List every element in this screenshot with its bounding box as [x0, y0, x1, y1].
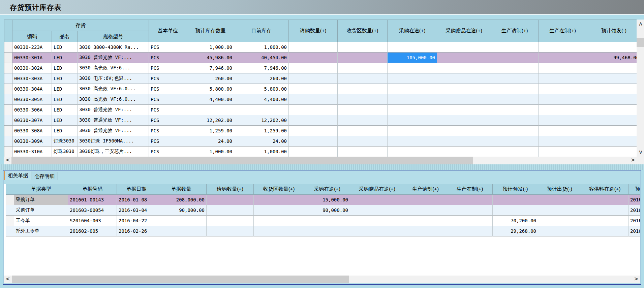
cell[interactable]: LED: [52, 115, 78, 126]
cell[interactable]: [388, 84, 437, 94]
cell[interactable]: [587, 136, 637, 147]
cell[interactable]: [338, 84, 388, 94]
cell[interactable]: PCS: [149, 147, 187, 157]
cell[interactable]: [491, 42, 539, 53]
cell[interactable]: 采购订单: [14, 195, 68, 205]
scroll-down-icon[interactable]: >: [637, 149, 644, 156]
cell[interactable]: [234, 105, 289, 115]
cell[interactable]: LED: [52, 84, 78, 94]
column-header[interactable]: 预计出货(-): [538, 184, 581, 195]
cell[interactable]: 90,000.00: [304, 205, 350, 216]
cell[interactable]: [289, 53, 338, 63]
row-selector[interactable]: [4, 147, 12, 157]
cell[interactable]: [289, 42, 338, 53]
cell[interactable]: [447, 205, 493, 216]
cell[interactable]: 7,946.00: [234, 63, 289, 73]
cell[interactable]: [437, 126, 491, 136]
cell[interactable]: [156, 226, 207, 236]
cell[interactable]: [538, 195, 581, 205]
column-header[interactable]: 采购赠品在途(+): [350, 184, 404, 195]
cell[interactable]: [539, 42, 587, 53]
cell[interactable]: [539, 115, 587, 126]
column-header[interactable]: 收货区数量(+): [254, 184, 304, 195]
cell[interactable]: PCS: [149, 42, 187, 53]
cell[interactable]: 99,468.00: [587, 53, 637, 63]
cell[interactable]: 12,202.00: [187, 115, 234, 126]
cell[interactable]: [539, 126, 587, 136]
cell[interactable]: [447, 216, 493, 226]
row-selector[interactable]: [4, 105, 12, 115]
cell[interactable]: [437, 94, 491, 105]
column-header[interactable]: 目前库存: [234, 20, 289, 42]
cell[interactable]: 5,800.00: [234, 84, 289, 94]
cell[interactable]: [254, 216, 304, 226]
cell[interactable]: [447, 195, 493, 205]
column-header[interactable]: 单据日期: [117, 184, 156, 195]
cell[interactable]: [437, 53, 491, 63]
cell[interactable]: [338, 73, 388, 84]
cell[interactable]: [404, 205, 447, 216]
cell[interactable]: [289, 73, 338, 84]
cell[interactable]: [437, 42, 491, 53]
column-header[interactable]: 编码: [12, 31, 52, 42]
column-header[interactable]: 单据数量: [156, 184, 207, 195]
cell[interactable]: [388, 105, 437, 115]
scroll-up-icon[interactable]: <: [637, 20, 644, 28]
cell[interactable]: [338, 42, 388, 53]
cell[interactable]: 3030 电压:6V;色温...: [78, 73, 149, 84]
cell[interactable]: [254, 195, 304, 205]
cell[interactable]: [289, 105, 338, 115]
row-selector[interactable]: [4, 94, 12, 105]
cell[interactable]: 2016-0: [628, 216, 640, 226]
cell[interactable]: [447, 226, 493, 236]
cell[interactable]: 3030 普通光效 VF:...: [78, 126, 149, 136]
cell[interactable]: [587, 105, 637, 115]
cell[interactable]: 00330-306A: [12, 105, 52, 115]
cell[interactable]: [587, 84, 637, 94]
cell[interactable]: [491, 63, 539, 73]
cell[interactable]: [587, 115, 637, 126]
cell[interactable]: [338, 53, 388, 63]
cell[interactable]: 00330-307A: [12, 115, 52, 126]
cell[interactable]: PCS: [149, 105, 187, 115]
cell[interactable]: [539, 105, 587, 115]
cell[interactable]: PCS: [149, 136, 187, 147]
scroll-left-icon[interactable]: <: [4, 276, 11, 283]
cell[interactable]: [289, 147, 338, 157]
row-selector[interactable]: [4, 63, 12, 73]
column-header[interactable]: 规格型号: [78, 31, 149, 42]
panel-splitter[interactable]: [0, 164, 644, 170]
cell[interactable]: 3030 普通光效 VF:...: [78, 105, 149, 115]
column-header[interactable]: 生产请制(+): [404, 184, 447, 195]
cell[interactable]: [338, 94, 388, 105]
cell[interactable]: [388, 94, 437, 105]
column-header[interactable]: 生产请制(+): [491, 20, 539, 42]
cell[interactable]: LED: [52, 42, 78, 53]
column-header[interactable]: 预计库存数量: [187, 20, 234, 42]
cell[interactable]: 00330-309A: [12, 136, 52, 147]
cell[interactable]: 201603-00054: [68, 205, 117, 216]
column-header[interactable]: 预计领发(-): [493, 184, 538, 195]
cell[interactable]: [491, 94, 539, 105]
cell[interactable]: 00330-305A: [12, 94, 52, 105]
row-selector[interactable]: [4, 42, 12, 53]
cell[interactable]: PCS: [149, 94, 187, 105]
cell[interactable]: [437, 147, 491, 157]
cell[interactable]: [350, 226, 404, 236]
cell[interactable]: [156, 216, 207, 226]
cell[interactable]: PCS: [149, 73, 187, 84]
cell[interactable]: LED: [52, 126, 78, 136]
cell[interactable]: 1,000.00: [187, 147, 234, 157]
cell[interactable]: [388, 136, 437, 147]
cell[interactable]: 29,268.00: [493, 226, 538, 236]
cell[interactable]: LED: [52, 63, 78, 73]
column-header[interactable]: 采购在途(+): [388, 20, 437, 42]
column-header[interactable]: 生产在制(+): [447, 184, 493, 195]
cell[interactable]: [587, 126, 637, 136]
column-header[interactable]: 基本单位: [149, 20, 187, 42]
column-header[interactable]: 品名: [52, 31, 78, 42]
cell[interactable]: [581, 195, 628, 205]
cell[interactable]: 4,400.00: [187, 94, 234, 105]
cell[interactable]: 1,259.00: [234, 126, 289, 136]
cell[interactable]: 70,200.00: [493, 216, 538, 226]
